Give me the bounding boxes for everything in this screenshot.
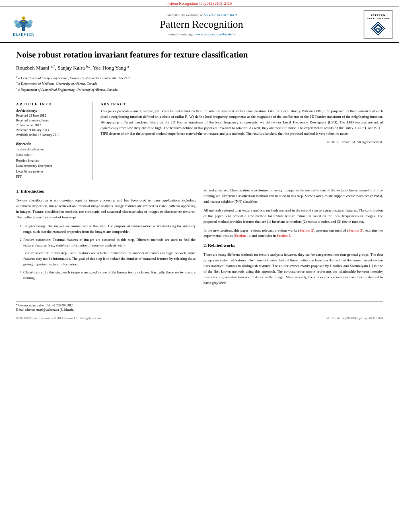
svg-text:PR: PR (376, 27, 380, 31)
affiliation-c: c c Department of Biomedical Engineering… (16, 86, 383, 92)
page-footer: 0031-3203/$ - see front matter © 2013 El… (0, 315, 399, 322)
available-online-line: Available online 18 January 2013 (16, 133, 86, 138)
section5-link[interactable]: Section 5 (277, 234, 290, 238)
sup-a2: a (127, 64, 129, 68)
elsevier-logo-container: ELSEVIER (6, 12, 43, 37)
step3-label: Feature selection: (23, 251, 49, 255)
article-info-heading: ARTICLE INFO (16, 102, 86, 106)
corr-author-note: * Corresponding author. Tel.: +1 780 200… (16, 303, 383, 308)
section1-title-label: Introduction (21, 189, 45, 193)
keywords-group: Keywords: Texture classification Noise r… (16, 142, 86, 180)
authors-line: Rouzbeh Maani a,*, Sanjay Kalra b,c, Yee… (16, 64, 383, 71)
received-line: Received 29 June 2012 (16, 113, 86, 118)
main-content: Noise robust rotation invariant features… (0, 43, 399, 297)
keywords-title: Keywords: (16, 142, 86, 146)
homepage-prefix: journal homepage: (167, 32, 195, 36)
svg-point-5 (28, 20, 33, 24)
abstract-text: This paper presents a novel, simple, yet… (101, 109, 383, 137)
article-history-group: Article history: Received 29 June 2012 R… (16, 109, 86, 138)
intro-para1: Texture classification is an important t… (16, 198, 195, 220)
sup-a1: a,* (51, 64, 55, 68)
svg-point-4 (14, 20, 19, 24)
step4-text: In this step, each image is assigned to … (23, 270, 195, 280)
step2-label: Feature extraction: (23, 238, 51, 242)
section2-number: 2. (204, 243, 207, 248)
sup-b-label: b (16, 81, 18, 84)
step4-label: Classification: (23, 270, 44, 274)
body-left-column: 1. Introduction Texture classification i… (16, 188, 195, 289)
pr-logo-title: PATTERNRECOGNITION (367, 14, 390, 20)
pr-logo-diamond-icon: PR (371, 21, 385, 36)
steps-list: Pre-processing: The images are normalize… (16, 224, 195, 281)
doi-text: http://dx.doi.org/10.1016/j.patcog.2013.… (327, 316, 383, 320)
article-title: Noise robust rotation invariant features… (16, 49, 383, 60)
section4-link[interactable]: Section 4 (235, 234, 249, 238)
journal-homepage-link[interactable]: www.elsevier.com/locate/pr (195, 32, 236, 36)
svg-point-6 (22, 16, 25, 20)
sup-bc: b,c (86, 64, 90, 68)
section2-title: 2. Related works (204, 242, 383, 249)
email-note: E-mail address: maani@ualberta.ca (R. Ma… (16, 308, 383, 312)
section1-number: 1. (16, 189, 19, 193)
sections-para: In the next sections, this paper reviews… (204, 228, 383, 239)
section2-link[interactable]: Section 2 (299, 228, 313, 232)
abstract-heading: ABSTRACT (101, 102, 383, 106)
author-rouzbeh: Rouzbeh Maani (16, 65, 51, 71)
top-journal-bar: Pattern Recognition 46 (2013) 2103–2116 (0, 0, 399, 7)
body-section: 1. Introduction Texture classification i… (16, 188, 383, 289)
kw-texture: Texture classification (16, 147, 86, 152)
kw-lfd: Local frequency descriptors (16, 163, 86, 169)
elsevier-logo: ELSEVIER (6, 12, 41, 37)
contents-prefix: Contents lists available at (166, 13, 204, 17)
info-abstract-section: ARTICLE INFO Article history: Received 2… (16, 98, 383, 180)
elsevier-text: ELSEVIER (13, 33, 35, 37)
affiliation-a: a a Department of Computing Science, Uni… (16, 75, 383, 81)
revised-line1: Received in revised form (16, 118, 86, 123)
section2-title-label: Related works (208, 243, 235, 248)
affiliation-b: b b Department of Medicine, University o… (16, 80, 383, 86)
article-info-column: ARTICLE INFO Article history: Received 2… (16, 102, 93, 180)
step1-text: The images are normalized in this step. … (23, 224, 195, 234)
kw-lbp: Local binary patterns (16, 169, 86, 175)
accepted-line: Accepted 9 January 2013 (16, 128, 86, 133)
journal-citation: Pattern Recognition 46 (2013) 2103–2116 (167, 2, 232, 6)
elsevier-tree-icon (12, 15, 35, 32)
kw-fft: FFT (16, 174, 86, 180)
author-sep2: , Yee-Hong Yang (90, 65, 128, 71)
step3-text: In this step, useful features are select… (23, 251, 195, 266)
author-sep1: , Sanjay Kalra (55, 65, 86, 71)
abstract-copyright: © 2013 Elsevier Ltd. All rights reserved… (101, 140, 383, 144)
pr-logo: PATTERNRECOGNITION PR (364, 10, 393, 39)
contribution-para: All methods referred to as texture analy… (204, 208, 383, 225)
affiliations: a a Department of Computing Science, Uni… (16, 75, 383, 92)
list-item-3: Feature selection: In this step, useful … (23, 251, 195, 267)
footer-divider (16, 301, 383, 302)
revised-line2: 20 November 2012 (16, 123, 86, 128)
kw-noise: Noise robust (16, 152, 86, 158)
journal-header: ELSEVIER Contents lists available at Sci… (0, 7, 399, 43)
section1-title: 1. Introduction (16, 188, 195, 195)
section3-link[interactable]: Section 3 (348, 228, 362, 232)
sup-c-label: c (16, 87, 17, 90)
intro-continuation: set and a test set. Classification is pe… (204, 188, 383, 205)
contents-available-line: Contents lists available at SciVerse Sci… (47, 13, 356, 17)
list-item-4: Classification: In this step, each image… (23, 270, 195, 281)
related-works-para1: There are many different methods for tex… (204, 252, 383, 286)
list-item-1: Pre-processing: The images are normalize… (23, 224, 195, 235)
step1-label: Pre-processing: (23, 224, 46, 228)
journal-title: Pattern Recognition (47, 18, 356, 31)
abstract-column: ABSTRACT This paper presents a novel, si… (101, 102, 383, 180)
kw-rotation: Rotation invariant (16, 158, 86, 164)
journal-center-info: Contents lists available at SciVerse Sci… (47, 13, 356, 36)
sup-a-label: a (16, 75, 18, 78)
pr-logo-container: PATTERNRECOGNITION PR (360, 10, 393, 39)
list-item-2: Feature extraction: Textural features of… (23, 237, 195, 249)
homepage-line: journal homepage: www.elsevier.com/locat… (47, 32, 356, 36)
footnote: * Corresponding author. Tel.: +1 780 200… (0, 303, 399, 312)
body-right-column: set and a test set. Classification is pe… (204, 188, 383, 289)
history-title: Article history: (16, 109, 86, 113)
sciverse-link[interactable]: SciVerse ScienceDirect (204, 13, 237, 17)
issn-text: 0031-3203/$ - see front matter © 2013 El… (16, 316, 103, 320)
